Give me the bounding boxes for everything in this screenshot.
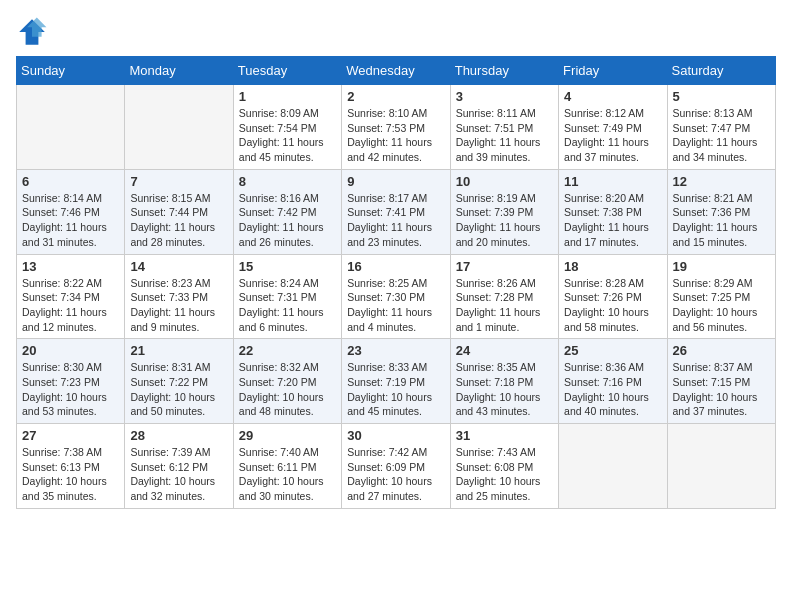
calendar-cell: 22Sunrise: 8:32 AM Sunset: 7:20 PM Dayli… [233, 339, 341, 424]
day-number: 19 [673, 259, 770, 274]
day-number: 16 [347, 259, 444, 274]
calendar-cell: 8Sunrise: 8:16 AM Sunset: 7:42 PM Daylig… [233, 169, 341, 254]
calendar-cell: 6Sunrise: 8:14 AM Sunset: 7:46 PM Daylig… [17, 169, 125, 254]
day-info: Sunrise: 8:35 AM Sunset: 7:18 PM Dayligh… [456, 360, 553, 419]
day-info: Sunrise: 8:25 AM Sunset: 7:30 PM Dayligh… [347, 276, 444, 335]
day-info: Sunrise: 7:42 AM Sunset: 6:09 PM Dayligh… [347, 445, 444, 504]
calendar-week-row-2: 6Sunrise: 8:14 AM Sunset: 7:46 PM Daylig… [17, 169, 776, 254]
day-number: 13 [22, 259, 119, 274]
day-info: Sunrise: 8:09 AM Sunset: 7:54 PM Dayligh… [239, 106, 336, 165]
day-number: 12 [673, 174, 770, 189]
page-header [16, 16, 776, 48]
day-info: Sunrise: 8:15 AM Sunset: 7:44 PM Dayligh… [130, 191, 227, 250]
calendar-cell: 28Sunrise: 7:39 AM Sunset: 6:12 PM Dayli… [125, 424, 233, 509]
calendar-cell: 7Sunrise: 8:15 AM Sunset: 7:44 PM Daylig… [125, 169, 233, 254]
day-number: 9 [347, 174, 444, 189]
day-info: Sunrise: 8:19 AM Sunset: 7:39 PM Dayligh… [456, 191, 553, 250]
weekday-header-row: SundayMondayTuesdayWednesdayThursdayFrid… [17, 57, 776, 85]
day-number: 14 [130, 259, 227, 274]
day-info: Sunrise: 8:30 AM Sunset: 7:23 PM Dayligh… [22, 360, 119, 419]
day-number: 25 [564, 343, 661, 358]
day-number: 29 [239, 428, 336, 443]
day-number: 15 [239, 259, 336, 274]
calendar-cell: 30Sunrise: 7:42 AM Sunset: 6:09 PM Dayli… [342, 424, 450, 509]
calendar-cell: 23Sunrise: 8:33 AM Sunset: 7:19 PM Dayli… [342, 339, 450, 424]
day-info: Sunrise: 8:26 AM Sunset: 7:28 PM Dayligh… [456, 276, 553, 335]
calendar-cell: 26Sunrise: 8:37 AM Sunset: 7:15 PM Dayli… [667, 339, 775, 424]
day-info: Sunrise: 8:14 AM Sunset: 7:46 PM Dayligh… [22, 191, 119, 250]
day-info: Sunrise: 8:24 AM Sunset: 7:31 PM Dayligh… [239, 276, 336, 335]
day-info: Sunrise: 8:12 AM Sunset: 7:49 PM Dayligh… [564, 106, 661, 165]
day-number: 10 [456, 174, 553, 189]
calendar-cell: 12Sunrise: 8:21 AM Sunset: 7:36 PM Dayli… [667, 169, 775, 254]
day-info: Sunrise: 8:16 AM Sunset: 7:42 PM Dayligh… [239, 191, 336, 250]
day-number: 28 [130, 428, 227, 443]
day-info: Sunrise: 8:37 AM Sunset: 7:15 PM Dayligh… [673, 360, 770, 419]
weekday-header-friday: Friday [559, 57, 667, 85]
calendar-cell [559, 424, 667, 509]
calendar-cell: 15Sunrise: 8:24 AM Sunset: 7:31 PM Dayli… [233, 254, 341, 339]
day-info: Sunrise: 8:22 AM Sunset: 7:34 PM Dayligh… [22, 276, 119, 335]
day-info: Sunrise: 8:28 AM Sunset: 7:26 PM Dayligh… [564, 276, 661, 335]
logo-icon [16, 16, 48, 48]
calendar-week-row-3: 13Sunrise: 8:22 AM Sunset: 7:34 PM Dayli… [17, 254, 776, 339]
day-number: 21 [130, 343, 227, 358]
calendar-cell: 20Sunrise: 8:30 AM Sunset: 7:23 PM Dayli… [17, 339, 125, 424]
day-info: Sunrise: 8:21 AM Sunset: 7:36 PM Dayligh… [673, 191, 770, 250]
calendar-cell: 2Sunrise: 8:10 AM Sunset: 7:53 PM Daylig… [342, 85, 450, 170]
day-number: 11 [564, 174, 661, 189]
day-number: 18 [564, 259, 661, 274]
day-number: 17 [456, 259, 553, 274]
calendar-cell: 17Sunrise: 8:26 AM Sunset: 7:28 PM Dayli… [450, 254, 558, 339]
day-number: 23 [347, 343, 444, 358]
day-number: 6 [22, 174, 119, 189]
calendar-cell: 11Sunrise: 8:20 AM Sunset: 7:38 PM Dayli… [559, 169, 667, 254]
calendar-cell: 1Sunrise: 8:09 AM Sunset: 7:54 PM Daylig… [233, 85, 341, 170]
calendar-week-row-1: 1Sunrise: 8:09 AM Sunset: 7:54 PM Daylig… [17, 85, 776, 170]
day-number: 24 [456, 343, 553, 358]
calendar-cell: 3Sunrise: 8:11 AM Sunset: 7:51 PM Daylig… [450, 85, 558, 170]
weekday-header-sunday: Sunday [17, 57, 125, 85]
day-info: Sunrise: 8:17 AM Sunset: 7:41 PM Dayligh… [347, 191, 444, 250]
day-info: Sunrise: 8:10 AM Sunset: 7:53 PM Dayligh… [347, 106, 444, 165]
calendar-cell: 27Sunrise: 7:38 AM Sunset: 6:13 PM Dayli… [17, 424, 125, 509]
calendar-week-row-4: 20Sunrise: 8:30 AM Sunset: 7:23 PM Dayli… [17, 339, 776, 424]
day-number: 31 [456, 428, 553, 443]
calendar-cell: 24Sunrise: 8:35 AM Sunset: 7:18 PM Dayli… [450, 339, 558, 424]
day-info: Sunrise: 7:38 AM Sunset: 6:13 PM Dayligh… [22, 445, 119, 504]
calendar-cell: 25Sunrise: 8:36 AM Sunset: 7:16 PM Dayli… [559, 339, 667, 424]
calendar-cell: 4Sunrise: 8:12 AM Sunset: 7:49 PM Daylig… [559, 85, 667, 170]
day-info: Sunrise: 7:39 AM Sunset: 6:12 PM Dayligh… [130, 445, 227, 504]
calendar-cell: 13Sunrise: 8:22 AM Sunset: 7:34 PM Dayli… [17, 254, 125, 339]
day-number: 27 [22, 428, 119, 443]
calendar-cell: 5Sunrise: 8:13 AM Sunset: 7:47 PM Daylig… [667, 85, 775, 170]
calendar-cell [667, 424, 775, 509]
day-number: 1 [239, 89, 336, 104]
calendar-table: SundayMondayTuesdayWednesdayThursdayFrid… [16, 56, 776, 509]
day-info: Sunrise: 8:20 AM Sunset: 7:38 PM Dayligh… [564, 191, 661, 250]
day-number: 4 [564, 89, 661, 104]
day-info: Sunrise: 7:43 AM Sunset: 6:08 PM Dayligh… [456, 445, 553, 504]
calendar-cell [17, 85, 125, 170]
calendar-cell: 21Sunrise: 8:31 AM Sunset: 7:22 PM Dayli… [125, 339, 233, 424]
calendar-cell: 19Sunrise: 8:29 AM Sunset: 7:25 PM Dayli… [667, 254, 775, 339]
day-number: 7 [130, 174, 227, 189]
calendar-cell: 10Sunrise: 8:19 AM Sunset: 7:39 PM Dayli… [450, 169, 558, 254]
day-number: 20 [22, 343, 119, 358]
day-info: Sunrise: 8:29 AM Sunset: 7:25 PM Dayligh… [673, 276, 770, 335]
weekday-header-saturday: Saturday [667, 57, 775, 85]
day-number: 22 [239, 343, 336, 358]
calendar-cell: 16Sunrise: 8:25 AM Sunset: 7:30 PM Dayli… [342, 254, 450, 339]
day-info: Sunrise: 7:40 AM Sunset: 6:11 PM Dayligh… [239, 445, 336, 504]
day-info: Sunrise: 8:32 AM Sunset: 7:20 PM Dayligh… [239, 360, 336, 419]
day-info: Sunrise: 8:11 AM Sunset: 7:51 PM Dayligh… [456, 106, 553, 165]
day-number: 8 [239, 174, 336, 189]
weekday-header-tuesday: Tuesday [233, 57, 341, 85]
day-number: 30 [347, 428, 444, 443]
day-number: 3 [456, 89, 553, 104]
day-info: Sunrise: 8:36 AM Sunset: 7:16 PM Dayligh… [564, 360, 661, 419]
calendar-cell [125, 85, 233, 170]
calendar-cell: 29Sunrise: 7:40 AM Sunset: 6:11 PM Dayli… [233, 424, 341, 509]
day-info: Sunrise: 8:33 AM Sunset: 7:19 PM Dayligh… [347, 360, 444, 419]
calendar-cell: 31Sunrise: 7:43 AM Sunset: 6:08 PM Dayli… [450, 424, 558, 509]
